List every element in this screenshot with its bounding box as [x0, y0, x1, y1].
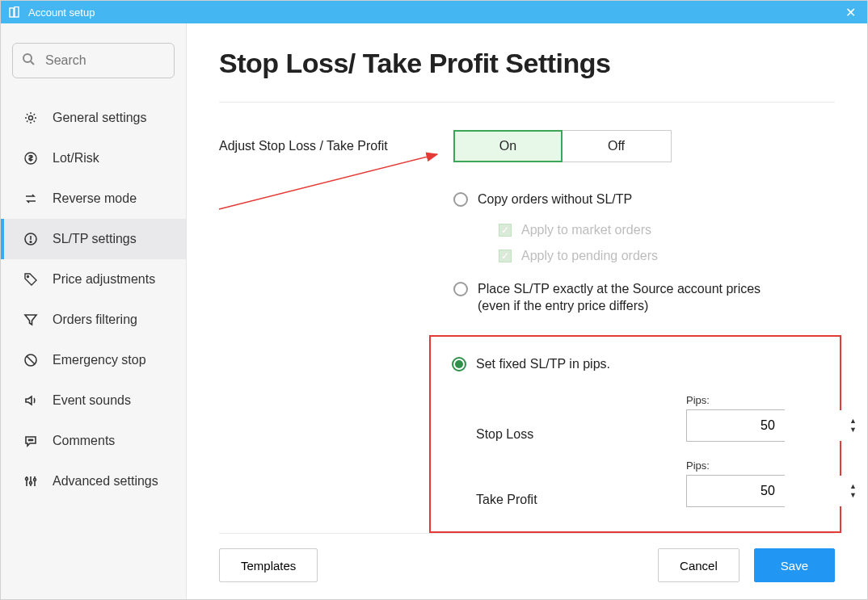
svg-rect-0 — [10, 8, 14, 17]
step-up-icon[interactable]: ▲ — [849, 417, 857, 426]
close-icon[interactable]: ✕ — [842, 5, 859, 20]
sidebar-item-label: Emergency stop — [53, 353, 146, 367]
cancel-button[interactable]: Cancel — [658, 548, 739, 582]
sidebar-item-emergency-stop[interactable]: Emergency stop — [1, 340, 186, 380]
adjust-row: Adjust Stop Loss / Take Profit On Off — [219, 130, 835, 162]
option-label: Place SL/TP exactly at the Source accoun… — [478, 281, 761, 315]
sidebar: General settings Lot/Risk Reverse mode S… — [1, 23, 187, 599]
toggle-off[interactable]: Off — [562, 131, 671, 162]
titlebar: Account setup ✕ — [1, 1, 867, 23]
sidebar-item-lot-risk[interactable]: Lot/Risk — [1, 138, 186, 178]
take-profit-row: Take Profit Pips: ▲ ▼ — [476, 459, 819, 507]
option-fixed-pips[interactable]: Set fixed SL/TP in pips. — [452, 356, 819, 373]
sidebar-item-label: Lot/Risk — [53, 151, 99, 166]
gear-icon — [23, 111, 41, 125]
sidebar-item-reverse-mode[interactable]: Reverse mode — [1, 178, 186, 219]
sidebar-item-sltp-settings[interactable]: SL/TP settings — [1, 219, 186, 259]
stop-loss-input[interactable] — [687, 410, 849, 441]
svg-point-20 — [34, 479, 36, 481]
window-body: General settings Lot/Risk Reverse mode S… — [1, 23, 867, 599]
templates-button[interactable]: Templates — [219, 548, 318, 582]
checkbox-icon: ✓ — [499, 250, 512, 262]
fixed-sltp-highlight: Set fixed SL/TP in pips. Stop Loss Pips:… — [429, 335, 841, 533]
svg-rect-1 — [15, 7, 19, 18]
dollar-circle-icon — [23, 151, 41, 166]
step-up-icon[interactable]: ▲ — [849, 482, 857, 491]
page-title: Stop Loss/ Take Profit Settings — [219, 48, 835, 79]
radio-icon[interactable] — [452, 357, 466, 371]
option-label: Set fixed SL/TP in pips. — [476, 356, 610, 373]
pips-label: Pips: — [686, 394, 785, 406]
take-profit-input[interactable] — [687, 476, 849, 506]
stop-loss-row: Stop Loss Pips: ▲ ▼ — [476, 394, 819, 442]
stop-loss-label: Stop Loss — [476, 427, 686, 442]
app-icon — [9, 6, 22, 18]
sidebar-item-general-settings[interactable]: General settings — [1, 98, 186, 138]
take-profit-stepper: ▲ ▼ — [686, 475, 785, 507]
option-label-line2: (even if the entry price differs) — [478, 299, 648, 313]
option-place-exact[interactable]: Place SL/TP exactly at the Source accoun… — [453, 281, 835, 315]
footer: Templates Cancel Save — [219, 533, 835, 599]
svg-point-8 — [30, 241, 32, 243]
sidebar-item-label: Comments — [53, 434, 115, 448]
suboption-market-orders: ✓ Apply to market orders — [499, 223, 835, 237]
reverse-icon — [23, 191, 41, 206]
sidebar-item-comments[interactable]: Comments — [1, 421, 186, 461]
sidebar-item-label: SL/TP settings — [53, 232, 137, 246]
svg-point-14 — [32, 439, 32, 440]
copy-suboptions: ✓ Apply to market orders ✓ Apply to pend… — [499, 223, 835, 263]
save-button[interactable]: Save — [754, 548, 835, 582]
option-label-line1: Place SL/TP exactly at the Source accoun… — [478, 282, 761, 296]
svg-line-11 — [27, 356, 35, 364]
step-down-icon[interactable]: ▼ — [849, 491, 857, 500]
stop-loss-stepper: ▲ ▼ — [686, 409, 785, 442]
search-input[interactable] — [12, 43, 175, 78]
sidebar-item-orders-filtering[interactable]: Orders filtering — [1, 300, 186, 340]
toggle-on[interactable]: On — [453, 130, 563, 162]
window-title: Account setup — [28, 6, 842, 19]
sidebar-item-label: Advanced settings — [53, 474, 158, 489]
svg-point-12 — [28, 439, 29, 440]
alert-circle-icon — [23, 232, 41, 246]
suboption-label: Apply to pending orders — [521, 249, 658, 263]
checkbox-icon: ✓ — [499, 224, 512, 237]
sidebar-item-label: Orders filtering — [53, 313, 137, 327]
sidebar-item-price-adjustments[interactable]: Price adjustments — [1, 259, 186, 300]
ban-icon — [23, 353, 41, 367]
main-panel: Stop Loss/ Take Profit Settings Adjust S… — [187, 23, 867, 599]
sound-icon — [23, 393, 41, 408]
radio-icon[interactable] — [453, 192, 468, 207]
sidebar-item-advanced-settings[interactable]: Advanced settings — [1, 461, 186, 501]
sidebar-item-label: Reverse mode — [53, 191, 137, 206]
filter-icon — [23, 313, 41, 327]
svg-point-4 — [29, 116, 33, 120]
adjust-label: Adjust Stop Loss / Take Profit — [219, 139, 453, 153]
step-down-icon[interactable]: ▼ — [849, 426, 857, 434]
account-setup-window: Account setup ✕ General settings — [0, 0, 868, 600]
svg-point-18 — [26, 478, 28, 480]
suboption-label: Apply to market orders — [521, 223, 651, 237]
radio-icon[interactable] — [453, 282, 468, 296]
option-copy-without-sltp[interactable]: Copy orders without SL/TP — [453, 191, 835, 208]
svg-point-13 — [30, 439, 31, 440]
option-label: Copy orders without SL/TP — [478, 191, 632, 208]
svg-point-9 — [27, 276, 29, 278]
sidebar-item-label: Event sounds — [53, 393, 131, 408]
pips-label: Pips: — [686, 459, 785, 472]
suboption-pending-orders: ✓ Apply to pending orders — [499, 249, 835, 263]
divider — [219, 102, 835, 103]
svg-point-19 — [30, 482, 32, 485]
search-icon — [22, 52, 35, 69]
sidebar-nav: General settings Lot/Risk Reverse mode S… — [1, 98, 186, 501]
svg-line-3 — [31, 61, 34, 65]
pips-block: Stop Loss Pips: ▲ ▼ — [476, 394, 819, 507]
options-area: Copy orders without SL/TP ✓ Apply to mar… — [453, 191, 835, 533]
sidebar-item-label: Price adjustments — [53, 272, 155, 287]
tag-icon — [23, 272, 41, 287]
comment-icon — [23, 434, 41, 448]
sliders-icon — [23, 474, 41, 489]
take-profit-label: Take Profit — [476, 493, 686, 507]
svg-line-21 — [219, 154, 437, 209]
on-off-toggle: On Off — [453, 130, 672, 162]
sidebar-item-event-sounds[interactable]: Event sounds — [1, 380, 186, 421]
